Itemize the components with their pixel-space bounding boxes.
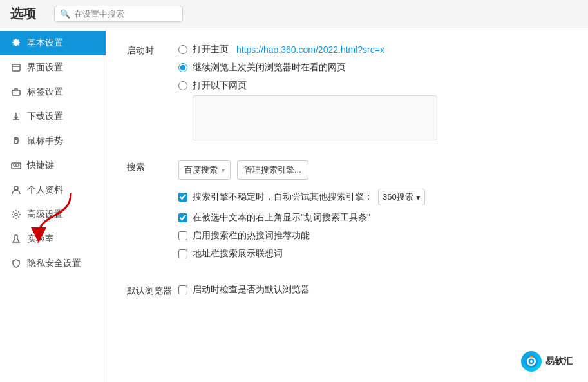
sidebar-item-download[interactable]: 下载设置: [0, 104, 106, 129]
search-engine-row: 百度搜索 ▾ 管理搜索引擎...: [178, 160, 567, 180]
privacy-icon: [10, 258, 22, 269]
sidebar-label-ui: 界面设置: [27, 62, 63, 73]
hot-suggest-checkbox[interactable]: [178, 231, 187, 240]
search-label: 搜索: [127, 160, 178, 173]
settings-icon: [10, 37, 22, 49]
sidebar-label-profile: 个人资料: [27, 184, 63, 196]
auto-switch-label: 搜索引擎不稳定时，自动尝试其他搜索引擎：: [193, 191, 373, 203]
default-browser-row: 启动时检查是否为默认浏览器: [178, 284, 567, 296]
default-browser-label: 默认浏览器: [127, 284, 178, 297]
fallback-engine-select[interactable]: 360搜索 ▾: [378, 189, 425, 205]
logo-text: 易软汇: [545, 356, 573, 367]
main-layout: 基本设置 界面设置 标签设置: [0, 28, 588, 382]
startup-option-homepage: 打开主页 https://hao.360.com/2022.html?src=x: [178, 44, 567, 55]
search-option-address-suggest: 地址栏搜索展示联想词: [178, 248, 567, 260]
sidebar-item-tabs[interactable]: 标签设置: [0, 80, 106, 104]
search-option-auto-switch: 搜索引擎不稳定时，自动尝试其他搜索引擎： 360搜索 ▾: [178, 189, 567, 205]
profile-icon: [10, 184, 22, 196]
svg-point-6: [16, 140, 17, 140]
default-browser-section: 默认浏览器 启动时检查是否为默认浏览器: [127, 284, 567, 297]
lab-icon: [10, 233, 22, 245]
chevron-down-icon: ▾: [222, 167, 225, 174]
sidebar-item-mouse[interactable]: 鼠标手势: [0, 129, 106, 153]
address-suggest-checkbox[interactable]: [178, 249, 187, 258]
download-icon: [10, 111, 22, 122]
sidebar-label-basic: 基本设置: [27, 37, 63, 49]
startup-radio-url[interactable]: [178, 81, 187, 90]
search-option-show-toolbar: 在被选中文本的右上角显示"划词搜索工具条": [178, 212, 567, 224]
chevron-down-icon-2: ▾: [416, 193, 421, 202]
search-icon: 🔍: [60, 9, 70, 19]
show-toolbar-label: 在被选中文本的右上角显示"划词搜索工具条": [193, 212, 370, 224]
page-title: 选项: [10, 5, 36, 23]
advanced-icon: [10, 209, 22, 220]
sidebar-label-privacy: 隐私安全设置: [27, 258, 81, 269]
startup-radio-homepage[interactable]: [178, 45, 187, 54]
startup-section: 启动时 打开主页 https://hao.360.com/2022.html?s…: [127, 44, 567, 142]
search-content: 百度搜索 ▾ 管理搜索引擎... 搜索引擎不稳定时，自动尝试其他搜索引擎： 36…: [178, 160, 567, 266]
auto-switch-checkbox[interactable]: [178, 193, 187, 202]
startup-radio-group: 打开主页 https://hao.360.com/2022.html?src=x…: [178, 44, 567, 91]
sidebar-label-tabs: 标签设置: [27, 86, 63, 98]
svg-rect-3: [12, 90, 20, 95]
startup-homepage-label: 打开主页: [193, 44, 229, 55]
startup-option-url: 打开以下网页: [178, 80, 567, 91]
sidebar-item-profile[interactable]: 个人资料: [0, 178, 106, 202]
default-browser-checkbox[interactable]: [178, 285, 187, 294]
search-section: 搜索 百度搜索 ▾ 管理搜索引擎... 搜索引擎不稳定时，自动尝试其他搜索引擎：: [127, 160, 567, 266]
svg-rect-7: [12, 163, 21, 169]
sidebar-item-shortcut[interactable]: 快捷键: [0, 153, 106, 178]
tabs-icon: [10, 86, 22, 98]
default-browser-option-label: 启动时检查是否为默认浏览器: [193, 284, 310, 296]
sidebar: 基本设置 界面设置 标签设置: [0, 28, 106, 382]
hot-suggest-label: 启用搜索栏的热搜词推荐功能: [193, 230, 310, 242]
svg-point-19: [530, 360, 533, 363]
svg-point-13: [15, 213, 17, 216]
content-area: 启动时 打开主页 https://hao.360.com/2022.html?s…: [106, 28, 588, 382]
sidebar-label-lab: 实验室: [27, 233, 54, 245]
svg-rect-1: [12, 64, 20, 71]
logo-icon: [521, 351, 542, 372]
sidebar-item-ui[interactable]: 界面设置: [0, 55, 106, 80]
manage-search-button[interactable]: 管理搜索引擎...: [237, 160, 308, 180]
sidebar-label-mouse: 鼠标手势: [27, 135, 63, 147]
show-toolbar-checkbox[interactable]: [178, 213, 187, 222]
startup-radio-continue[interactable]: [178, 63, 187, 72]
ui-icon: [10, 62, 22, 73]
svg-rect-20: [530, 356, 533, 358]
homepage-url[interactable]: https://hao.360.com/2022.html?src=x: [236, 44, 384, 55]
default-browser-content: 启动时检查是否为默认浏览器: [178, 284, 567, 296]
app-container: 选项 🔍 基本设置: [0, 0, 588, 382]
sidebar-label-download: 下载设置: [27, 111, 63, 122]
search-option-hot-suggest: 启用搜索栏的热搜词推荐功能: [178, 230, 567, 242]
search-box[interactable]: 🔍: [54, 6, 183, 22]
sidebar-item-advanced[interactable]: 高级设置: [0, 202, 106, 227]
sidebar-item-lab[interactable]: 实验室: [0, 227, 106, 251]
startup-option-continue: 继续浏览上次关闭浏览器时在看的网页: [178, 62, 567, 73]
fallback-engine-value: 360搜索: [383, 191, 413, 203]
mouse-icon: [10, 135, 22, 147]
search-engine-select[interactable]: 百度搜索 ▾: [178, 160, 231, 180]
startup-content: 打开主页 https://hao.360.com/2022.html?src=x…: [178, 44, 567, 142]
keyboard-icon: [10, 160, 22, 171]
startup-url-label: 打开以下网页: [193, 80, 247, 91]
sidebar-item-basic[interactable]: 基本设置: [0, 31, 106, 55]
startup-continue-label: 继续浏览上次关闭浏览器时在看的网页: [193, 62, 346, 73]
logo-area: 易软汇: [521, 351, 573, 372]
startup-url-textarea[interactable]: [193, 95, 437, 140]
sidebar-item-privacy[interactable]: 隐私安全设置: [0, 251, 106, 276]
sidebar-label-advanced: 高级设置: [27, 209, 63, 220]
startup-label: 启动时: [127, 44, 178, 57]
sidebar-label-shortcut: 快捷键: [27, 160, 54, 171]
search-input[interactable]: [74, 9, 177, 19]
address-suggest-label: 地址栏搜索展示联想词: [193, 248, 283, 260]
search-engine-value: 百度搜索: [184, 164, 218, 176]
svg-point-12: [14, 186, 18, 190]
top-bar: 选项 🔍: [0, 0, 588, 28]
